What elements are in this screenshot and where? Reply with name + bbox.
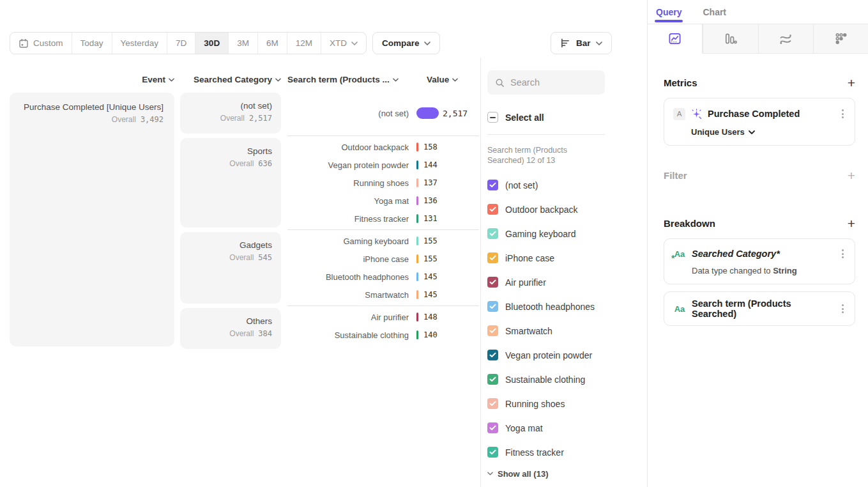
table-row[interactable]: Vegan protein powder144: [287, 156, 479, 174]
breakdown-card-searched-category[interactable]: Aa Searched Category* Data type changed …: [664, 238, 855, 284]
select-all-checkbox[interactable]: [487, 112, 498, 123]
report-tab-insights[interactable]: [648, 24, 703, 54]
series-checkbox[interactable]: [487, 422, 498, 433]
select-all-row[interactable]: Select all: [487, 112, 647, 123]
series-item[interactable]: Sustainable clothing: [487, 367, 647, 392]
sidebar-tabs: Query Chart: [648, 0, 868, 24]
series-item[interactable]: Vegan protein powder: [487, 343, 647, 367]
date-range-7d[interactable]: 7D: [167, 33, 195, 54]
series-checkbox[interactable]: [487, 398, 498, 409]
date-range-today[interactable]: Today: [72, 33, 112, 54]
table-row[interactable]: Running shoes137: [287, 174, 479, 192]
column-header-event[interactable]: Event: [10, 75, 174, 84]
overall-value: 636: [258, 159, 272, 168]
report-tab-retention[interactable]: [813, 24, 868, 53]
category-cell[interactable]: (not set)Overall2,517: [180, 93, 281, 134]
series-searchbox[interactable]: [487, 70, 605, 95]
table-row[interactable]: Sustainable clothing140: [287, 326, 479, 344]
series-item[interactable]: Running shoes: [487, 392, 647, 416]
series-item[interactable]: Bluetooth headphones: [487, 295, 647, 319]
series-checkbox[interactable]: [487, 277, 498, 288]
kebab-menu-icon[interactable]: [840, 247, 846, 260]
breakdown-property-name: Searched Category*: [692, 249, 834, 259]
table-row[interactable]: Air purifier148: [287, 308, 479, 326]
date-range-12m[interactable]: 12M: [287, 33, 321, 54]
column-header-value[interactable]: Value: [427, 75, 458, 84]
tab-chart[interactable]: Chart: [703, 0, 726, 24]
kebab-menu-icon[interactable]: [840, 302, 846, 315]
category-cell[interactable]: GadgetsOverall545: [180, 232, 281, 304]
tab-query[interactable]: Query: [656, 0, 681, 24]
series-checkbox[interactable]: [487, 180, 498, 190]
value-text: 2,517: [443, 109, 468, 118]
kebab-menu-icon[interactable]: [840, 107, 846, 120]
column-header-search-term[interactable]: Search term (Products ...: [287, 75, 409, 84]
series-item[interactable]: Smartwatch: [487, 319, 647, 343]
value-bar: [416, 254, 418, 263]
event-cell[interactable]: Purchase Completed [Unique Users] Overal…: [10, 93, 174, 346]
add-breakdown-button[interactable]: +: [848, 217, 855, 230]
series-item[interactable]: Air purifier: [487, 270, 647, 295]
column-header-searched-category[interactable]: Searched Category: [180, 75, 281, 84]
metric-card[interactable]: A Purchase Completed Uni: [664, 98, 855, 146]
table-row[interactable]: Fitness tracker131: [287, 210, 479, 228]
value-text: 148: [423, 313, 438, 321]
series-checkbox[interactable]: [487, 228, 498, 239]
term-label: Air purifier: [287, 313, 409, 322]
term-rows: Air purifier148Sustainable clothing140: [287, 308, 479, 349]
series-item[interactable]: Fitness tracker: [487, 440, 647, 465]
date-range-3m[interactable]: 3M: [229, 33, 258, 54]
category-cell[interactable]: SportsOverall636: [180, 138, 281, 228]
table-row[interactable]: iPhone case155: [287, 250, 479, 268]
series-label: Smartwatch: [505, 326, 552, 336]
term-rows: Gaming keyboard155iPhone case155Bluetoot…: [287, 232, 479, 304]
metric-letter-badge: A: [673, 108, 685, 120]
series-checkbox[interactable]: [487, 350, 498, 360]
table-row[interactable]: Bluetooth headphones145: [287, 268, 479, 286]
add-filter-button[interactable]: +: [848, 169, 855, 182]
table-row[interactable]: Yoga mat136: [287, 192, 479, 210]
search-input[interactable]: [510, 77, 593, 88]
report-tab-flows[interactable]: [758, 24, 813, 53]
series-item[interactable]: Gaming keyboard: [487, 222, 647, 246]
series-item[interactable]: (not set): [487, 173, 647, 197]
series-label: (not set): [505, 180, 538, 190]
term-rows: (not set)2,517: [287, 93, 479, 134]
category-title: Gadgets: [189, 240, 272, 250]
table-row[interactable]: (not set)2,517: [287, 93, 479, 134]
report-tab-funnels[interactable]: [703, 24, 758, 53]
breakdown-card-search-term[interactable]: Aa Search term (Products Searched): [664, 291, 855, 326]
chart-type-button[interactable]: Bar: [551, 32, 612, 54]
category-overall: Overall636: [189, 159, 272, 168]
series-checkbox[interactable]: [487, 325, 498, 336]
date-range-xtd[interactable]: XTD: [321, 33, 366, 54]
series-checkbox[interactable]: [487, 301, 498, 312]
compare-button[interactable]: Compare: [372, 32, 441, 54]
table-row[interactable]: Gaming keyboard155: [287, 232, 479, 250]
date-range-yesterday[interactable]: Yesterday: [112, 33, 168, 54]
table-row[interactable]: Smartwatch145: [287, 286, 479, 304]
category-cell[interactable]: OthersOverall384: [180, 308, 281, 349]
overall-label: Overall: [229, 159, 254, 168]
series-item[interactable]: Outdoor backpack: [487, 197, 647, 222]
value-bar: [416, 107, 439, 119]
date-range-label: Yesterday: [121, 38, 159, 48]
column-header-label: Event: [142, 75, 165, 84]
series-checkbox[interactable]: [487, 252, 498, 263]
series-checkbox[interactable]: [487, 374, 498, 385]
term-label: Fitness tracker: [287, 214, 409, 224]
add-metric-button[interactable]: +: [848, 76, 855, 89]
chevron-down-icon: [749, 130, 755, 134]
series-item[interactable]: iPhone case: [487, 246, 647, 270]
series-checkbox[interactable]: [487, 447, 498, 458]
date-range-custom[interactable]: Custom: [10, 33, 72, 54]
series-checkbox[interactable]: [487, 204, 498, 215]
category-title: Others: [189, 316, 272, 326]
show-all-toggle[interactable]: Show all (13): [487, 469, 647, 479]
metric-measure-dropdown[interactable]: Unique Users: [691, 127, 846, 137]
series-item[interactable]: Yoga mat: [487, 416, 647, 440]
date-range-6m[interactable]: 6M: [258, 33, 287, 54]
date-range-30d[interactable]: 30D: [195, 33, 229, 54]
series-label: Vegan protein powder: [505, 350, 592, 360]
table-row[interactable]: Outdoor backpack158: [287, 138, 479, 156]
